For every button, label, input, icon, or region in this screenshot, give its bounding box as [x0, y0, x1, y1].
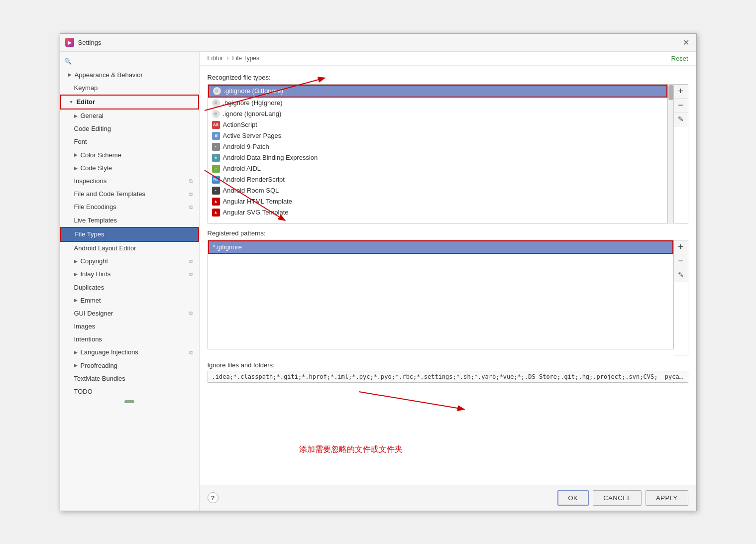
ok-button[interactable]: OK	[557, 490, 589, 506]
file-type-item-roomsql[interactable]: ▪ Android Room SQL	[208, 185, 667, 196]
patterns-panel: *.gitignore + − ✎	[208, 240, 688, 355]
icon-angularsvg: ▲	[212, 209, 220, 217]
sidebar-item-proofreading[interactable]: ▶ Proofreading	[60, 359, 199, 372]
file-type-item-asp[interactable]: 🖥 Active Server Pages	[208, 130, 667, 141]
file-type-item-actionscript[interactable]: AS ActionScript	[208, 119, 667, 130]
copy-icon-file-code-templates: ⧉	[189, 191, 193, 198]
sidebar-item-code-style[interactable]: ▶ Code Style	[60, 162, 199, 175]
sidebar-item-copyright[interactable]: ▶ Copyright ⧉	[60, 255, 199, 268]
sidebar: 🔍 ▶ Appearance & Behavior Keymap ▼ Edito…	[60, 52, 200, 511]
copy-icon-inspections: ⧉	[189, 177, 193, 185]
icon-9patch: ▪	[212, 143, 220, 151]
breadcrumb-parent: Editor	[208, 55, 223, 62]
footer-right: OK CANCEL APPLY	[557, 490, 688, 506]
copy-icon-gui-designer: ⧉	[189, 310, 193, 317]
reset-link[interactable]: Reset	[671, 55, 688, 62]
sidebar-item-inlay-hints[interactable]: ▶ Inlay Hints ⧉	[60, 268, 199, 281]
file-types-scrollbar[interactable]	[668, 84, 674, 223]
file-type-label-renderscript: Android RenderScript	[223, 176, 285, 183]
pattern-item-gitignore[interactable]: *.gitignore	[208, 240, 673, 254]
ignore-input[interactable]	[208, 371, 688, 383]
sidebar-item-label-textmate-bundles: TextMate Bundles	[74, 374, 125, 383]
file-type-label-roomsql: Android Room SQL	[223, 187, 279, 194]
icon-hgignore: ⊘	[212, 99, 220, 107]
breadcrumb-separator: ›	[226, 55, 228, 62]
file-type-item-hgignore[interactable]: ⊘ .hgignore (HgIgnore)	[208, 98, 667, 109]
file-type-label-asp: Active Server Pages	[223, 132, 282, 139]
ignore-section: Ignore files and folders:	[208, 361, 688, 383]
file-types-list[interactable]: ⊘ .gitignore (GitIgnore) ⊘ .hgignore (Hg…	[208, 84, 668, 223]
sidebar-item-appearance[interactable]: ▶ Appearance & Behavior	[60, 69, 199, 82]
copy-icon-inlay-hints: ⧉	[189, 271, 193, 278]
sidebar-item-keymap[interactable]: Keymap	[60, 82, 199, 95]
sidebar-search: 🔍	[60, 56, 199, 69]
sidebar-item-label-copyright: Copyright	[81, 257, 108, 266]
remove-pattern-button[interactable]: −	[674, 254, 688, 268]
file-type-item-angularhtml[interactable]: ▲ Angular HTML Template	[208, 196, 667, 207]
help-button[interactable]: ?	[208, 492, 218, 503]
file-type-label-angularhtml: Angular HTML Template	[223, 198, 292, 205]
sidebar-item-file-code-templates[interactable]: File and Code Templates ⧉	[60, 188, 199, 201]
sidebar-item-label-general: General	[81, 111, 104, 120]
sidebar-item-file-types[interactable]: File Types	[60, 227, 199, 242]
search-icon: 🔍	[64, 58, 72, 65]
icon-actionscript: AS	[212, 121, 220, 129]
patterns-list[interactable]: *.gitignore	[208, 240, 674, 349]
sidebar-item-label-color-scheme: Color Scheme	[81, 151, 121, 160]
sidebar-item-textmate-bundles[interactable]: TextMate Bundles	[60, 372, 199, 385]
sidebar-item-emmet[interactable]: ▶ Emmet	[60, 294, 199, 307]
sidebar-item-live-templates[interactable]: Live Templates	[60, 214, 199, 227]
icon-aidl: △	[212, 165, 220, 173]
icon-ignore: ⊘	[212, 110, 220, 118]
expand-arrow-color-scheme: ▶	[74, 152, 78, 158]
file-type-label-aidl: Android AIDL	[223, 165, 261, 172]
sidebar-item-label-language-injections: Language Injections	[81, 348, 138, 357]
file-type-label-gitignore: .gitignore (GitIgnore)	[224, 87, 283, 95]
sidebar-item-label-code-style: Code Style	[81, 164, 112, 173]
breadcrumb: Editor › File Types	[208, 55, 260, 62]
file-type-item-angularsvg[interactable]: ▲ Angular SVG Template	[208, 207, 667, 218]
edit-file-type-button[interactable]: ✎	[674, 112, 688, 126]
file-type-label-hgignore: .hgignore (HgIgnore)	[223, 99, 283, 107]
sidebar-item-label-todo: TODO	[74, 387, 93, 396]
main-panel: Editor › File Types Reset Recognized fil…	[200, 52, 696, 511]
icon-asp: 🖥	[212, 132, 220, 140]
sidebar-item-images[interactable]: Images	[60, 320, 199, 333]
sidebar-item-language-injections[interactable]: ▶ Language Injections ⧉	[60, 346, 199, 359]
sidebar-item-color-scheme[interactable]: ▶ Color Scheme	[60, 149, 199, 162]
file-type-item-ignore[interactable]: ⊘ .ignore (IgnoreLang)	[208, 109, 667, 119]
close-button[interactable]: ✕	[681, 38, 691, 47]
file-type-item-gitignore[interactable]: ⊘ .gitignore (GitIgnore)	[208, 85, 667, 98]
sidebar-item-label-android-layout-editor: Android Layout Editor	[74, 244, 136, 253]
file-type-item-aidl[interactable]: △ Android AIDL	[208, 163, 667, 174]
sidebar-item-intentions[interactable]: Intentions	[60, 333, 199, 346]
footer-left: ?	[208, 492, 218, 503]
sidebar-item-android-layout-editor[interactable]: Android Layout Editor	[60, 242, 199, 255]
add-file-type-button[interactable]: +	[674, 85, 688, 99]
sidebar-item-duplicates[interactable]: Duplicates	[60, 281, 199, 294]
sidebar-item-gui-designer[interactable]: GUI Designer ⧉	[60, 307, 199, 320]
file-type-item-9patch[interactable]: ▪ Android 9-Patch	[208, 141, 667, 152]
sidebar-item-label-editor: Editor	[76, 98, 95, 107]
sidebar-item-font[interactable]: Font	[60, 135, 199, 148]
sidebar-item-general[interactable]: ▶ General	[60, 109, 199, 122]
copy-icon-copyright: ⧉	[189, 258, 193, 265]
remove-file-type-button[interactable]: −	[674, 99, 688, 112]
sidebar-item-code-editing[interactable]: Code Editing	[60, 122, 199, 135]
file-type-label-9patch: Android 9-Patch	[223, 143, 269, 150]
sidebar-item-todo[interactable]: TODO	[60, 385, 199, 398]
expand-arrow-general: ▶	[74, 113, 78, 119]
sidebar-item-inspections[interactable]: Inspections ⧉	[60, 175, 199, 188]
sidebar-item-editor[interactable]: ▼ Editor	[60, 95, 199, 109]
sidebar-item-label-duplicates: Duplicates	[74, 283, 105, 292]
apply-button[interactable]: APPLY	[646, 490, 688, 506]
sidebar-item-label-live-templates: Live Templates	[74, 216, 117, 225]
sidebar-item-label-file-types: File Types	[75, 230, 105, 239]
add-pattern-button[interactable]: +	[674, 240, 688, 254]
sidebar-item-label-file-code-templates: File and Code Templates	[74, 190, 146, 199]
file-type-item-renderscript[interactable]: Rs Android RenderScript	[208, 174, 667, 185]
cancel-button[interactable]: CANCEL	[593, 490, 642, 506]
sidebar-item-file-encodings[interactable]: File Encodings ⧉	[60, 201, 199, 214]
edit-pattern-button[interactable]: ✎	[674, 268, 688, 282]
file-type-item-databind[interactable]: ◈ Android Data Binding Expression	[208, 152, 667, 163]
